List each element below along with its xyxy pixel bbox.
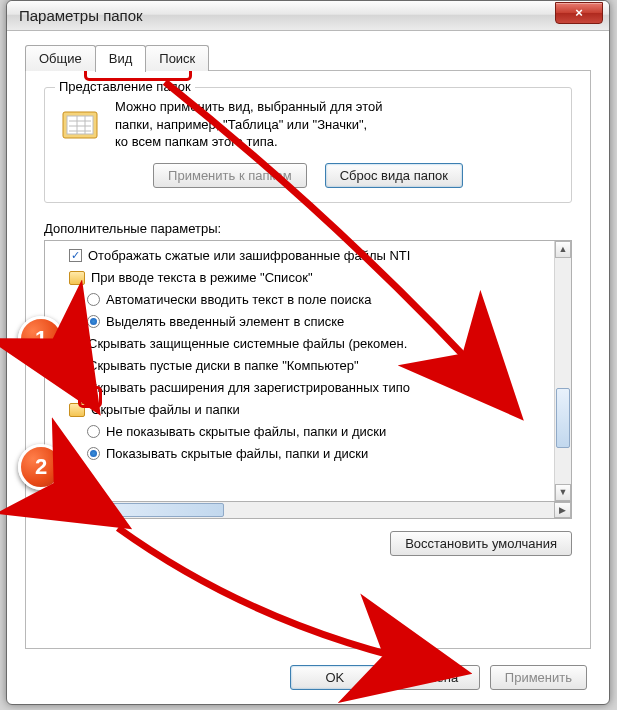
- scroll-thumb[interactable]: [556, 388, 570, 448]
- scroll-track[interactable]: [555, 258, 571, 484]
- ok-button[interactable]: OK: [290, 665, 380, 690]
- radio-icon[interactable]: [87, 447, 100, 460]
- close-button[interactable]: ×: [555, 2, 603, 24]
- tree-item[interactable]: Автоматически вводить текст в поле поиск…: [51, 289, 552, 311]
- apply-to-folders-button[interactable]: Применить к папкам: [153, 163, 307, 188]
- advanced-tree-content[interactable]: Отображать сжатые или зашифрованные файл…: [45, 241, 554, 501]
- radio-icon[interactable]: [87, 293, 100, 306]
- vertical-scrollbar[interactable]: ▲ ▼: [554, 241, 571, 501]
- radio-icon[interactable]: [87, 425, 100, 438]
- scroll-down-icon[interactable]: ▼: [555, 484, 571, 501]
- folder-mini-icon: [69, 271, 85, 285]
- checkbox-icon[interactable]: [69, 249, 82, 262]
- checkbox-icon[interactable]: [69, 337, 82, 350]
- checkbox-icon[interactable]: [69, 381, 82, 394]
- folder-views-desc: Можно применить вид, выбранный для этой …: [115, 98, 382, 151]
- close-icon: ×: [575, 5, 583, 20]
- folder-options-window: Параметры папок × Общие Вид Поиск Предст…: [6, 0, 610, 705]
- cancel-button[interactable]: Отмена: [390, 665, 480, 690]
- content-area: Общие Вид Поиск Представление папок: [7, 31, 609, 704]
- tree-item[interactable]: Скрытые файлы и папки: [51, 399, 552, 421]
- checkbox-icon[interactable]: [69, 359, 82, 372]
- tree-item-show-hidden[interactable]: Показывать скрытые файлы, папки и диски: [51, 443, 552, 465]
- tree-item[interactable]: Не показывать скрытые файлы, папки и дис…: [51, 421, 552, 443]
- tree-item[interactable]: Скрывать расширения для зарегистрированн…: [51, 377, 552, 399]
- titlebar[interactable]: Параметры папок ×: [7, 1, 609, 31]
- advanced-tree: Отображать сжатые или зашифрованные файл…: [44, 240, 572, 502]
- restore-defaults-button[interactable]: Восстановить умолчания: [390, 531, 572, 556]
- tree-item[interactable]: При вводе текста в режиме "Список": [51, 267, 552, 289]
- scroll-up-icon[interactable]: ▲: [555, 241, 571, 258]
- scroll-right-icon[interactable]: ▶: [554, 502, 571, 518]
- tree-item-hide-protected[interactable]: Скрывать защищенные системные файлы (рек…: [51, 333, 552, 355]
- horizontal-scrollbar[interactable]: ◀ ▶: [44, 502, 572, 519]
- reset-folders-button[interactable]: Сброс вида папок: [325, 163, 463, 188]
- radio-icon[interactable]: [87, 315, 100, 328]
- tab-search[interactable]: Поиск: [145, 45, 209, 71]
- scroll-left-icon[interactable]: ◀: [45, 502, 62, 518]
- tree-item[interactable]: Выделять введенный элемент в списке: [51, 311, 552, 333]
- tab-view[interactable]: Вид: [95, 45, 147, 72]
- window-title: Параметры папок: [19, 7, 555, 24]
- tree-item[interactable]: Отображать сжатые или зашифрованные файл…: [51, 245, 552, 267]
- folder-icon: [59, 102, 101, 144]
- folder-views-title: Представление папок: [55, 79, 195, 94]
- scroll-track-h[interactable]: [62, 502, 554, 518]
- folder-mini-icon: [69, 403, 85, 417]
- apply-button[interactable]: Применить: [490, 665, 587, 690]
- advanced-label: Дополнительные параметры:: [44, 221, 572, 236]
- tab-strip: Общие Вид Поиск: [25, 45, 591, 71]
- tab-general[interactable]: Общие: [25, 45, 96, 71]
- dialog-buttons: OK Отмена Применить: [25, 665, 591, 690]
- tree-item[interactable]: Скрывать пустые диски в папке "Компьютер…: [51, 355, 552, 377]
- scroll-thumb-h[interactable]: [64, 503, 224, 517]
- tab-panel-view: Представление папок: [25, 70, 591, 649]
- folder-views-group: Представление папок: [44, 87, 572, 203]
